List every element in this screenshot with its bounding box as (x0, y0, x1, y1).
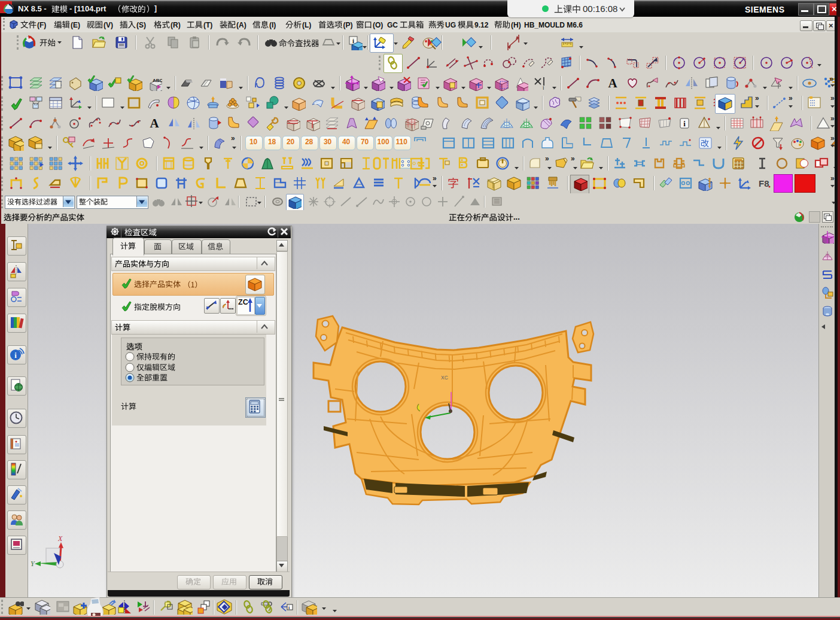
svg-text:i: i (683, 119, 686, 128)
svg-text:ABC: ABC (153, 78, 162, 83)
svg-text:i: i (352, 37, 354, 44)
svg-text:F8: F8 (759, 178, 769, 189)
svg-text:Y: Y (31, 560, 35, 568)
svg-text:i: i (14, 351, 17, 360)
svg-text:XC: XC (441, 375, 448, 381)
svg-text:X: X (57, 534, 63, 543)
svg-text:A: A (150, 116, 159, 130)
svg-text:I: I (543, 85, 544, 91)
svg-text:A: A (608, 76, 617, 90)
